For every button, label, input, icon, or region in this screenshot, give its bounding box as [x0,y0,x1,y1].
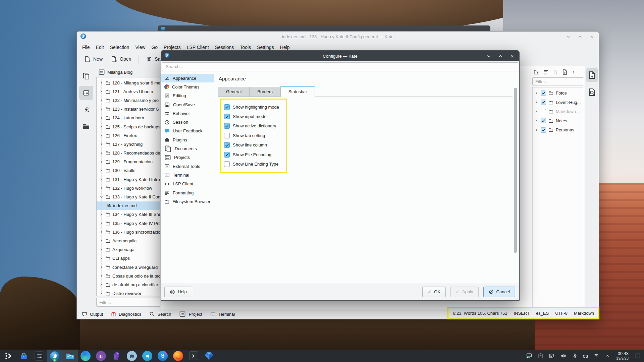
menu-lsp-client[interactable]: LSP Client [184,44,212,51]
tree-folder-126-firefox[interactable]: 126 - Firefox [97,131,160,140]
tree-file-index-es-md[interactable]: M↓index.es.md [97,201,160,210]
git-tool-button[interactable] [79,103,93,117]
settings-section-documents[interactable]: Documents [161,144,214,153]
cancel-button[interactable]: Cancel [483,287,515,297]
filesystem-tool-button[interactable] [79,119,93,133]
option-show-input-mode[interactable]: Show input mode [224,112,286,121]
tab-general[interactable]: General [218,87,250,97]
settings-section-plugins[interactable]: Plugins [161,135,214,144]
taskbar-app-dolphin[interactable] [62,350,78,362]
apply-button[interactable]: ✓ Apply [450,287,478,297]
settings-section-editing[interactable]: Editing [161,92,214,100]
checkbox[interactable] [224,104,230,110]
taskbar-app-system-settings[interactable] [32,350,47,362]
clock[interactable]: 00:48 19/9/23 [616,351,629,361]
option-show-active-dictionary[interactable]: Show active dictionary [224,121,286,131]
checkbox[interactable] [224,152,230,158]
new-file-tool-button[interactable] [586,68,598,82]
toolbar-new-button[interactable]: New [81,54,106,64]
close-button[interactable] [590,35,594,39]
tree-folder-130-vaults[interactable]: 130 - Vaults [97,166,160,175]
menu-file[interactable]: File [79,44,93,51]
projects-panel-filter-input[interactable] [532,77,583,85]
project-checkbox[interactable] [541,90,546,96]
tree-folder-121-arch-vs-ubuntu[interactable]: 121 - Arch vs Ubuntu [97,87,160,96]
bottom-tool-project[interactable]: Project [179,311,202,317]
tree-folder-124-kutna-hora[interactable]: 124 - kutna hora [97,114,160,122]
option-show-highlighting-mode[interactable]: Show highlighting mode [224,102,286,112]
tree-folder-127-syncthing[interactable]: 127 - Syncthing [97,140,160,148]
settings-section-filesystem-browser[interactable]: Filesystem Browser [161,197,214,206]
option-show-line-ending-type[interactable]: Show Line Ending Type [224,159,286,169]
projects-tool-button[interactable] [79,86,93,100]
settings-section-behavior[interactable]: Behavior [161,109,214,118]
menu-tools[interactable]: Tools [237,44,254,51]
tree-folder-120-milanga-solar-6-me[interactable]: 120 - Milanga solar 6 me [97,78,160,87]
settings-section-appearance[interactable]: Appearance [161,74,214,82]
option-show-file-encoding[interactable]: Show File Encoding [224,150,286,159]
tree-folder-129-fragmentacion[interactable]: 129 - Fragmentacion [97,158,160,166]
maximize-button[interactable] [498,54,503,58]
ok-button[interactable]: ✓ OK [422,287,446,297]
menu-view[interactable]: View [132,44,148,51]
show-desktop-button[interactable] [634,350,641,362]
tree-folder-de-afraid-org-a-cloudflar[interactable]: de afraid.org a cloudflar [97,280,160,289]
checkbox[interactable] [224,133,230,138]
kate-titlebar[interactable]: index.es.md - 133 - Hugo y Kate II Confi… [77,32,599,42]
menu-settings[interactable]: Settings [254,44,277,51]
close-button[interactable] [510,54,515,58]
settings-section-formatting[interactable]: Formatting [161,188,214,197]
project-checkbox[interactable] [541,100,546,105]
tree-folder-122-minimalismo-y-pro[interactable]: 122 - Minimalismo y pro [97,96,160,105]
menu-help[interactable]: Help [277,44,293,51]
bottom-tool-terminal[interactable]: Terminal [210,311,235,317]
tree-folder-128-recomendados-de[interactable]: 128 - Recomendados de [97,149,160,158]
tray-screenshot-icon[interactable] [548,353,555,359]
taskbar-app-firefox[interactable] [170,350,186,362]
menu-selection[interactable]: Selection [107,44,132,51]
tray-network-icon[interactable] [526,353,532,359]
tree-folder-cli-apps[interactable]: CLI apps [97,254,160,263]
help-button[interactable]: Help [164,287,192,297]
project-checkbox[interactable] [541,127,546,133]
tree-folder-conectarse-a-wireguard[interactable]: conectarse a wireguard [97,263,160,272]
toolbar-open-button[interactable]: Open [107,54,135,64]
minimize-button[interactable] [487,54,491,58]
tray-volume-icon[interactable] [560,353,567,359]
tree-folder-131-hugo-y-kate-i-intro[interactable]: 131 - Hugo y Kate I Intro [97,175,160,184]
menu-go[interactable]: Go [148,44,161,51]
tray-caret-up-icon[interactable] [604,353,611,359]
status-encoding[interactable]: UTF-8 [555,311,568,316]
status-filetype[interactable]: Markdown [574,311,594,316]
project-header[interactable]: Milanga Blog [96,66,161,77]
settings-section-external-tools[interactable]: External Tools [161,162,214,171]
bottom-tool-output[interactable]: Output [82,311,103,317]
settings-section-lsp-client[interactable]: LSP Client [161,180,214,188]
status-dictionary[interactable]: es_ES [536,311,549,316]
tree-folder-136-hugo-sincronizacio[interactable]: 136 - Hugo sincronizacio [97,228,160,236]
tab-statusbar[interactable]: Statusbar [280,86,315,97]
project-toggle-fotos[interactable]: Fotos [533,88,583,98]
tray-wifi-icon[interactable] [593,353,599,359]
taskbar-app-obsidian[interactable] [109,350,124,362]
minimize-button[interactable] [566,35,571,39]
checkbox[interactable] [224,114,230,119]
tree-folder-125-scripts-de-backups[interactable]: 125 - Scripts de backups [97,122,160,131]
tray-clipboard-icon[interactable] [537,353,544,359]
tree-folder-132-hugo-workflow[interactable]: 132 - Hugo workflow [97,184,160,192]
tree-folder-135-hugo-y-kate-iv-pro[interactable]: 135 - Hugo y Kate IV Pro [97,219,160,228]
tray-bluetooth-icon[interactable] [571,353,578,359]
taskbar-app-app-launcher[interactable] [1,350,16,362]
status-input-mode[interactable]: INSERT [514,311,529,316]
new-folder-button[interactable] [534,69,540,75]
checkbox[interactable] [224,123,230,129]
tree-folder-distro-reviewer[interactable]: Distro reviewer [97,289,160,296]
project-toggle-loveit-hug[interactable]: LoveIt-Hug... [533,98,583,107]
checkbox[interactable] [224,142,230,148]
settings-section-user-feedback[interactable]: User Feedback [161,127,214,135]
tree-folder-134-hugo-y-kate-iii-sni[interactable]: 134 - Hugo y Kate III Sni [97,210,160,219]
dialog-titlebar[interactable]: Configure — Kate [161,51,519,61]
tree-folder-cosas-que-odio-de-la-tec[interactable]: Cosas que odio de la tec [97,272,160,280]
project-filter-input[interactable] [96,298,160,307]
settings-section-open-save[interactable]: Open/Save [161,100,214,109]
